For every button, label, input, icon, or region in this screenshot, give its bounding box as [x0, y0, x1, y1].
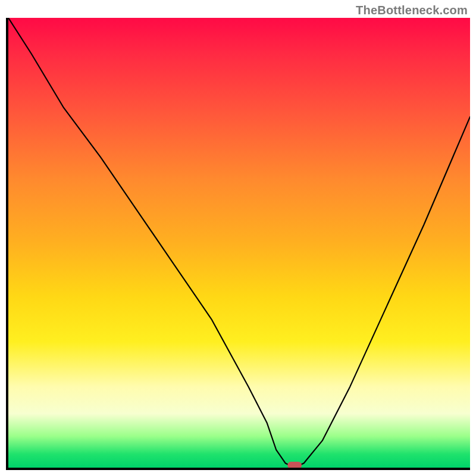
bottleneck-curve-path [8, 18, 470, 468]
plot-area [6, 18, 470, 470]
bottleneck-chart: TheBottleneck.com [0, 0, 476, 476]
minimum-marker [287, 462, 302, 469]
watermark-text: TheBottleneck.com [356, 4, 468, 17]
curve-svg [8, 18, 470, 468]
